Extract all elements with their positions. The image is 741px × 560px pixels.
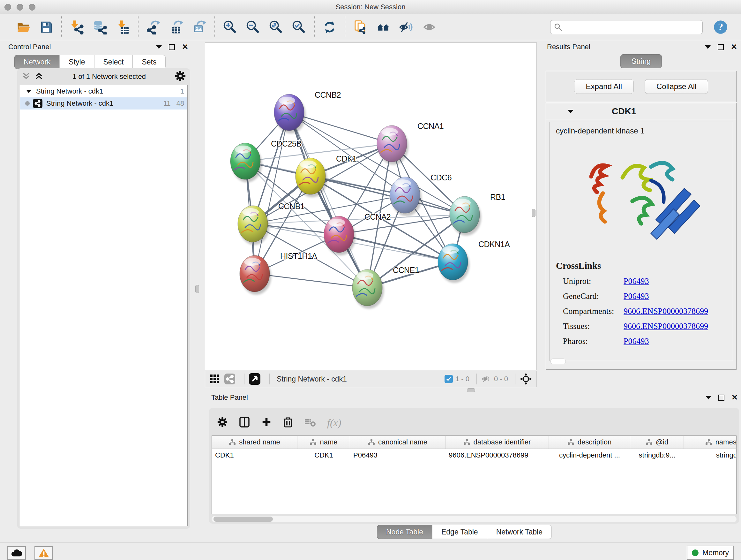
- column-header-database-identifier[interactable]: database identifier: [446, 436, 549, 449]
- grid-view-icon[interactable]: [210, 374, 220, 384]
- refresh-view-button[interactable]: [320, 17, 340, 37]
- table-cell[interactable]: P06493: [350, 449, 446, 462]
- tab-network[interactable]: Network: [14, 55, 60, 69]
- node-CDC6[interactable]: CDC6: [390, 173, 452, 216]
- birds-eye-view-icon[interactable]: [249, 373, 260, 385]
- table-cell[interactable]: stringdb:9...: [630, 449, 684, 462]
- node-RB1[interactable]: RB1: [450, 192, 505, 236]
- edge-CCNB2-CCNE1[interactable]: [289, 112, 367, 288]
- table-row[interactable]: CDK1CDK1P064939606.ENSP00000378699cyclin…: [212, 449, 736, 462]
- crosslink-link[interactable]: P06493: [623, 292, 649, 301]
- selected-items-checkbox[interactable]: [445, 375, 453, 383]
- table-cell[interactable]: stringdb: [684, 449, 737, 462]
- help-button[interactable]: ?: [712, 18, 730, 36]
- export-network-button[interactable]: [144, 17, 163, 37]
- table-close-icon[interactable]: ✕: [731, 394, 738, 401]
- tab-edge-table[interactable]: Edge Table: [432, 525, 487, 539]
- node-CCNE1[interactable]: CCNE1: [352, 266, 419, 309]
- column-header-namespace[interactable]: namespace: [684, 436, 737, 449]
- edge-CCNB2-HIST1H1A[interactable]: [255, 112, 289, 273]
- import-network-file-button[interactable]: [67, 17, 87, 37]
- collapse-all-button[interactable]: Collapse All: [645, 79, 708, 94]
- table-cell[interactable]: CDK1: [212, 449, 297, 462]
- column-header-canonical-name[interactable]: canonical name: [350, 436, 446, 449]
- expand-all-networks-icon[interactable]: [35, 71, 44, 82]
- table-cell[interactable]: cyclin-dependent ...: [549, 449, 630, 462]
- open-session-button[interactable]: [13, 17, 33, 37]
- search-input[interactable]: [550, 20, 703, 34]
- right-splitter-handle[interactable]: [532, 209, 536, 217]
- tab-network-table[interactable]: Network Table: [487, 525, 552, 539]
- create-column-icon[interactable]: [261, 417, 272, 428]
- node-CCNB2[interactable]: CCNB2: [274, 90, 341, 133]
- save-session-button[interactable]: [37, 17, 56, 37]
- tab-select[interactable]: Select: [94, 55, 133, 69]
- network-selection-status: 1 of 1 Network selected: [44, 72, 175, 81]
- tab-style[interactable]: Style: [59, 55, 94, 69]
- crosslink-link[interactable]: P06493: [623, 276, 649, 286]
- show-columns-icon[interactable]: [239, 416, 250, 429]
- network-tree-item-row[interactable]: String Network - cdk1 11 48: [20, 98, 187, 110]
- node-HIST1H1A[interactable]: HIST1H1A: [240, 252, 317, 295]
- node-CCNA1[interactable]: CCNA1: [377, 122, 444, 165]
- table-horizontal-scrollbar[interactable]: [212, 516, 737, 522]
- details-collapse-caret-icon[interactable]: [568, 110, 574, 113]
- crosslink-row: GeneCard:P06493: [556, 292, 726, 301]
- node-CDKN1A[interactable]: CDKN1A: [438, 240, 510, 283]
- table-scrollbar-thumb[interactable]: [213, 516, 273, 522]
- zoom-in-button[interactable]: [220, 17, 240, 37]
- crosslink-link[interactable]: P06493: [623, 336, 649, 346]
- crosslink-link[interactable]: 9606.ENSP00000378699: [623, 307, 708, 316]
- string-network-import-button[interactable]: [350, 17, 370, 37]
- navigate-crosshair-icon[interactable]: [520, 373, 532, 385]
- zoom-selected-button[interactable]: [289, 17, 309, 37]
- column-header-name[interactable]: name: [297, 436, 350, 449]
- table-cell[interactable]: 9606.ENSP00000378699: [446, 449, 549, 462]
- warnings-button[interactable]: [35, 546, 53, 560]
- import-network-database-button[interactable]: [90, 17, 110, 37]
- crosslink-link[interactable]: 9606.ENSP00000378699: [623, 321, 708, 331]
- tab-sets[interactable]: Sets: [132, 55, 165, 69]
- import-table-file-button[interactable]: [113, 17, 133, 37]
- node-CDC25B[interactable]: CDC25B: [230, 139, 301, 182]
- expand-all-button[interactable]: Expand All: [574, 79, 634, 94]
- zoom-fit-button[interactable]: [266, 17, 286, 37]
- collapse-all-networks-icon[interactable]: [22, 71, 30, 82]
- column-header-description[interactable]: description: [549, 436, 630, 449]
- node-details-header[interactable]: CDK1: [546, 103, 736, 120]
- network-options-gear-icon[interactable]: [175, 71, 186, 83]
- network-share-icon[interactable]: [224, 374, 235, 384]
- zoom-out-button[interactable]: [243, 17, 263, 37]
- node-CCNA2[interactable]: CCNA2: [324, 212, 391, 255]
- column-header--id[interactable]: @id: [630, 436, 684, 449]
- tree-expand-caret-icon[interactable]: [26, 90, 31, 92]
- network-canvas[interactable]: CCNB2CCNA1CDC25BCDK1CDC6RB1CCNB1CCNA2CDK…: [205, 43, 537, 370]
- table-float-icon[interactable]: [718, 395, 724, 401]
- panel-float-icon[interactable]: [169, 44, 175, 50]
- export-table-button[interactable]: [166, 17, 186, 37]
- edge-HIST1H1A-CCNE1[interactable]: [255, 273, 367, 288]
- results-menu-caret-icon[interactable]: [705, 45, 711, 49]
- table-menu-caret-icon[interactable]: [705, 396, 711, 399]
- panel-menu-caret-icon[interactable]: [156, 45, 162, 49]
- export-image-button[interactable]: [190, 17, 209, 37]
- node-CDK1[interactable]: CDK1: [295, 154, 357, 197]
- tab-string[interactable]: String: [620, 54, 662, 68]
- cloud-button[interactable]: [7, 546, 26, 560]
- details-scrollbar-thumb[interactable]: [550, 359, 566, 364]
- memory-button[interactable]: Memory: [687, 546, 734, 560]
- bottom-splitter-handle[interactable]: [467, 388, 475, 392]
- column-header-shared-name[interactable]: shared name: [212, 436, 297, 449]
- network-graph[interactable]: CCNB2CCNA1CDC25BCDK1CDC6RB1CCNB1CCNA2CDK…: [205, 43, 536, 370]
- network-tree-root-row[interactable]: String Network - cdk1 1: [20, 85, 187, 98]
- left-splitter-handle[interactable]: [195, 285, 199, 293]
- results-close-icon[interactable]: ✕: [731, 43, 737, 51]
- home-layout-button[interactable]: [374, 17, 393, 37]
- table-cell[interactable]: CDK1: [297, 449, 350, 462]
- panel-close-icon[interactable]: ✕: [182, 43, 188, 51]
- hide-eye-button[interactable]: [396, 17, 416, 37]
- delete-column-trash-icon[interactable]: [283, 416, 293, 429]
- tab-node-table[interactable]: Node Table: [377, 525, 432, 539]
- table-options-gear-icon[interactable]: [217, 417, 227, 428]
- results-float-icon[interactable]: [718, 44, 724, 50]
